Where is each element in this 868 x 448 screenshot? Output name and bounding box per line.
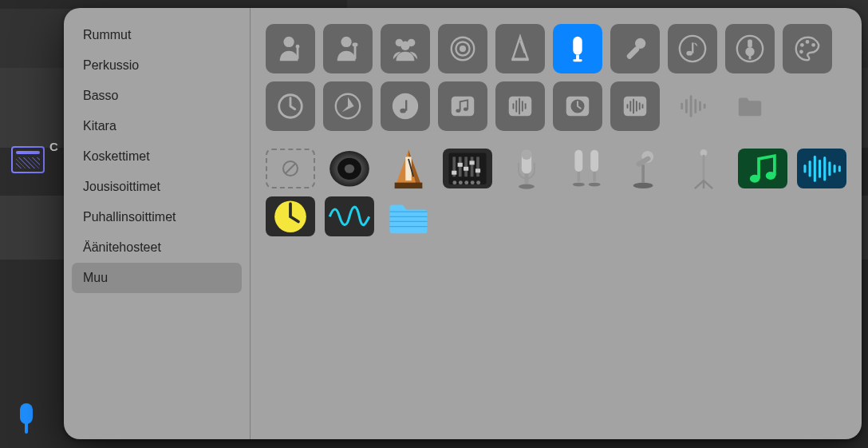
note-circle-icon[interactable] [381,81,430,131]
dual-mic-3d-icon[interactable] [561,149,610,188]
icon-row-2 [266,81,847,131]
svg-line-60 [286,164,295,173]
svg-point-29 [799,50,803,54]
svg-rect-34 [405,100,407,110]
svg-point-33 [400,109,406,113]
none-icon[interactable] [266,149,315,188]
music-green-icon[interactable] [738,149,787,188]
plug-icon[interactable] [725,24,775,73]
svg-rect-76 [469,161,474,165]
svg-rect-88 [577,172,580,181]
svg-rect-72 [476,157,479,176]
svg-rect-84 [522,149,531,159]
mixer-3d-icon[interactable] [443,149,492,188]
category-sidebar: Rummut Perkussio Basso Kitara Koskettime… [64,8,251,439]
sidebar-item-puhallinsoittimet[interactable]: Puhallinsoittimet [72,202,242,232]
waveform-tile2-icon[interactable] [610,81,660,131]
palette-icon[interactable] [783,24,832,73]
svg-rect-25 [749,55,752,60]
svg-rect-77 [475,168,480,172]
svg-point-3 [341,37,351,47]
folder-blue-icon[interactable] [384,196,433,236]
svg-point-26 [800,43,804,47]
sidebar-item-kitara[interactable]: Kitara [72,111,242,141]
svg-point-82 [476,180,480,184]
dynamic-mic-icon[interactable] [610,24,660,73]
svg-point-27 [806,40,810,44]
sidebar-item-perkussio[interactable]: Perkussio [72,50,242,81]
folder-icon[interactable] [725,81,775,131]
svg-rect-13 [512,57,529,61]
mic-small-icon [18,403,35,435]
icon-row-3 [266,149,847,188]
svg-point-8 [400,42,409,50]
svg-rect-74 [458,163,463,167]
icon-row-4 [266,196,847,236]
waveform-cyan-icon[interactable] [325,196,374,236]
svg-rect-16 [573,59,582,61]
waveform-tile-icon[interactable] [495,81,545,131]
svg-point-89 [573,182,585,186]
group-icon[interactable] [381,24,430,73]
clock-yellow-icon[interactable] [266,196,315,236]
icon-row-1 [266,24,847,73]
mic-3d-icon[interactable] [502,149,551,188]
svg-point-80 [464,180,468,184]
speaker-3d-icon[interactable] [325,149,374,188]
person-mic-icon[interactable] [266,24,315,73]
svg-point-0 [283,37,294,47]
svg-rect-90 [590,149,598,171]
svg-point-96 [633,182,653,188]
clock-icon[interactable] [266,81,315,131]
svg-point-92 [589,182,601,186]
svg-point-86 [519,184,535,188]
condenser-mic-icon[interactable] [553,24,602,73]
sidebar-item-rummut[interactable]: Rummut [72,20,242,50]
music-notes-tile-icon[interactable] [438,81,487,131]
metronome-icon[interactable] [495,24,545,73]
svg-rect-71 [471,157,474,176]
svg-rect-75 [464,167,468,171]
svg-rect-23 [748,40,752,48]
svg-rect-21 [692,42,693,53]
svg-rect-64 [395,182,423,188]
svg-point-79 [459,180,463,184]
clock-tile-icon[interactable] [553,81,602,131]
svg-rect-5 [353,42,358,46]
sidebar-item-koskettimet[interactable]: Koskettimet [72,141,242,172]
waveform-blue-icon[interactable] [797,149,846,188]
icon-picker-popover: Rummut Perkussio Basso Kitara Koskettime… [64,8,862,439]
svg-rect-95 [641,165,645,182]
svg-point-28 [811,43,815,47]
metronome-3d-icon[interactable] [384,149,433,188]
sidebar-item-jousisoittimet[interactable]: Jousisoittimet [72,172,242,202]
svg-rect-4 [354,44,357,59]
svg-rect-73 [452,170,456,174]
svg-rect-14 [573,37,582,55]
speaker-cone-icon[interactable] [438,24,487,73]
music-note-circle-icon[interactable] [668,24,717,73]
sidebar-item-muu[interactable]: Muu [72,263,242,293]
svg-rect-69 [459,157,462,176]
waveform-lines-icon[interactable] [668,81,717,131]
compass-icon[interactable] [323,81,373,131]
svg-point-20 [686,51,692,56]
track-label-truncated: C [49,140,58,153]
amp-icon [11,146,45,173]
svg-rect-18 [625,46,640,60]
icon-grid [251,8,862,439]
svg-point-78 [452,180,456,184]
sidebar-item-aanitehosteet[interactable]: Äänitehosteet [72,232,242,263]
desk-mic-3d-icon[interactable] [620,149,669,188]
svg-rect-1 [297,47,299,59]
person-mic-alt-icon[interactable] [323,24,373,73]
svg-rect-98 [703,155,705,183]
svg-point-11 [460,46,465,51]
mic-stand-3d-icon[interactable] [679,149,728,188]
svg-point-2 [296,45,300,49]
sidebar-item-basso[interactable]: Basso [72,81,242,111]
svg-rect-87 [574,149,582,171]
svg-point-81 [471,180,475,184]
svg-point-63 [345,164,354,172]
svg-rect-91 [593,172,596,181]
